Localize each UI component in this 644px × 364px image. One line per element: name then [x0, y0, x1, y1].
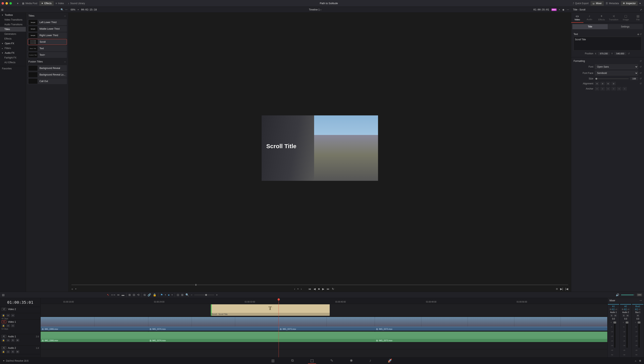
- mute-icon[interactable]: M: [16, 350, 19, 353]
- page-fairlight-icon[interactable]: ♪: [367, 358, 374, 364]
- title-text[interactable]: Basic TitleText: [28, 46, 67, 51]
- inspector-tab-audio[interactable]: ♪Audio: [584, 13, 596, 23]
- timeline-ruler[interactable]: 01:00:16:00 01:00:24:00 01:00:32:00 01:0…: [41, 298, 607, 304]
- tree-au-effects[interactable]: AU Effects: [0, 60, 26, 65]
- anchor-tc-icon[interactable]: ▫: [600, 87, 605, 91]
- fader[interactable]: 0-5-10-15-20-30-40-50: [632, 321, 644, 356]
- font-face-select[interactable]: Semibold: [595, 71, 638, 76]
- reset-icon[interactable]: ↺: [640, 77, 642, 80]
- mixer-strip-bus1[interactable]: Bus1 EQ ıılı Bus 1 M 0.0 0-5-10-15-20-30…: [632, 303, 644, 357]
- video-clip[interactable]: ⛓IMG_0386.mov: [41, 317, 148, 331]
- subtab-settings[interactable]: Settings: [608, 24, 643, 29]
- reset-icon[interactable]: ↺: [640, 65, 642, 68]
- reset-icon[interactable]: ↺: [640, 60, 642, 62]
- title-scroll[interactable]: Scroll titleScroll titleScroll titleScro…: [28, 39, 67, 45]
- inspector-toggle[interactable]: ✲ Inspector: [621, 1, 638, 6]
- viewer-canvas[interactable]: Scroll Title: [69, 13, 571, 284]
- tree-filters[interactable]: ▸ Filters: [0, 46, 26, 51]
- align-right-icon[interactable]: ≡: [606, 82, 610, 85]
- close-window[interactable]: [2, 2, 4, 5]
- blade-tool-icon[interactable]: ▬: [122, 293, 124, 296]
- align-center-icon[interactable]: ≡: [600, 82, 605, 85]
- inspector-tab-effects[interactable]: ✦Effects: [596, 13, 608, 23]
- dynamic-trim-icon[interactable]: ⇔: [117, 293, 120, 296]
- marker-icon[interactable]: ●: [168, 293, 170, 296]
- tree-video-transitions[interactable]: Video Transitions: [0, 17, 26, 22]
- proxy-chevron-icon[interactable]: ▾: [559, 9, 560, 11]
- replace-icon[interactable]: ⟲: [137, 293, 140, 296]
- inspector-expand-icon[interactable]: ⤢: [640, 8, 642, 11]
- track-a1[interactable]: ⛓IMG_0386.mov ⛓IMG_0374.mov ⛓IMG_0373.mo…: [41, 331, 607, 343]
- flag-icon[interactable]: ⚑: [160, 293, 163, 296]
- media-pool-toggle[interactable]: ▦ Media Pool: [20, 1, 39, 6]
- speaker-icon[interactable]: 🔊: [616, 293, 619, 296]
- lock-icon[interactable]: 🔒: [2, 314, 5, 317]
- track-header-a2[interactable]: A2Audio 21.0 🔒▭SM: [0, 346, 40, 354]
- panel-layout-icon[interactable]: ▥: [1, 8, 3, 11]
- mixer-strip-a1[interactable]: A1 fx EQ ıılı Audio 1 SM 0.0 0-5-10-15-2…: [608, 303, 620, 357]
- auto-select-icon[interactable]: ▭: [6, 350, 10, 353]
- page-color-icon[interactable]: ✺: [348, 358, 355, 364]
- play-reverse-icon[interactable]: ◀: [314, 287, 316, 290]
- quick-export-button[interactable]: ⤴ Quick Export: [571, 1, 591, 6]
- track-v1[interactable]: ⛓IMG_0386.mov ⛓IMG_0374.mov ⛓IMG_0373.mo…: [41, 317, 607, 331]
- title-background-reveal[interactable]: Background Reveal: [28, 65, 67, 71]
- position-x-input[interactable]: [598, 52, 610, 55]
- first-frame-icon[interactable]: ⏮: [308, 287, 311, 290]
- page-edit-icon[interactable]: ⬚: [308, 358, 316, 364]
- video-clip[interactable]: ⛓IMG_0373.mov: [278, 317, 375, 331]
- match-frame-icon[interactable]: ⧈: [556, 287, 558, 290]
- timeline-tracks[interactable]: 01:00:16:00 01:00:24:00 01:00:32:00 01:0…: [41, 298, 607, 357]
- size-slider[interactable]: [595, 78, 628, 79]
- tree-audiofx[interactable]: ▾Audio FX: [0, 51, 26, 55]
- page-cut-icon[interactable]: ⧉: [289, 358, 296, 364]
- sound-library-toggle[interactable]: ♪ Sound Library: [66, 1, 87, 6]
- inspector-tab-video[interactable]: ▭Video: [571, 13, 584, 23]
- viewer-options-icon[interactable]: ⋯: [567, 8, 569, 11]
- anchor-tr-icon[interactable]: ▫: [606, 87, 610, 91]
- link-icon[interactable]: 🔗: [148, 293, 151, 296]
- reset-icon[interactable]: ↺: [628, 52, 630, 55]
- last-frame-icon[interactable]: ⏭: [327, 287, 330, 290]
- next-edit-icon[interactable]: ›: [301, 287, 302, 290]
- stop-icon[interactable]: ■: [318, 287, 320, 290]
- anchor-mc-icon[interactable]: ▫: [617, 87, 621, 91]
- mixer-toggle[interactable]: ⚍ Mixer: [590, 1, 604, 6]
- mute-button[interactable]: M: [614, 314, 617, 317]
- mixer-strip-a2[interactable]: A2 fx EQ ıılı Audio 2 SM 0.0 0-5-10-15-2…: [620, 303, 632, 357]
- playhead[interactable]: [278, 298, 279, 357]
- zoom-in-icon[interactable]: +: [216, 293, 218, 296]
- auto-select-icon[interactable]: ▭: [6, 324, 10, 327]
- zoom-slider[interactable]: [194, 295, 214, 295]
- effects-toggle[interactable]: ✦ Effects: [39, 1, 54, 6]
- align-justify-icon[interactable]: ≡: [612, 82, 616, 85]
- auto-select-icon[interactable]: ▭: [6, 339, 10, 342]
- align-left-icon[interactable]: ≡: [595, 82, 599, 85]
- video-clip[interactable]: ⛓IMG_0374.mov: [148, 317, 279, 331]
- title-clip[interactable]: T Scroll - Scroll Title: [211, 304, 330, 316]
- trim-tool-icon[interactable]: ⟷: [111, 293, 115, 296]
- zoom-fit-icon[interactable]: ⊡: [177, 293, 179, 296]
- mixer-options-icon[interactable]: ⋯: [640, 299, 642, 302]
- reset-icon[interactable]: ↺: [640, 33, 642, 36]
- prev-clip-icon[interactable]: |◀: [565, 287, 568, 290]
- timeline-name[interactable]: Timeline 1: [309, 8, 320, 11]
- track-header-v1[interactable]: V1Video 1 🔒▭▭ 5 Clips: [0, 319, 40, 334]
- title-right-lower-third[interactable]: SampleRight Lower Third: [28, 32, 67, 38]
- auto-select-icon[interactable]: ▭: [6, 314, 10, 317]
- track-icon[interactable]: ▭: [11, 314, 14, 317]
- selection-tool-icon[interactable]: ↖: [107, 293, 109, 296]
- dim-button[interactable]: DIM: [637, 293, 642, 296]
- page-media-icon[interactable]: ▥: [269, 358, 277, 364]
- track-v2[interactable]: T Scroll - Scroll Title: [41, 304, 607, 317]
- mute-icon[interactable]: M: [16, 339, 19, 342]
- subtab-title[interactable]: Title: [572, 24, 608, 29]
- scrub-bar[interactable]: [69, 284, 571, 286]
- bypass-icon[interactable]: ◉: [562, 8, 564, 11]
- track-icon[interactable]: ▭: [11, 324, 14, 327]
- tree-effects[interactable]: Effects: [0, 36, 26, 41]
- page-fusion-icon[interactable]: ✎: [328, 358, 336, 364]
- mute-button[interactable]: M: [636, 314, 640, 317]
- mute-button[interactable]: M: [626, 314, 629, 317]
- title-middle-lower-third[interactable]: SampleMiddle Lower Third: [28, 26, 67, 32]
